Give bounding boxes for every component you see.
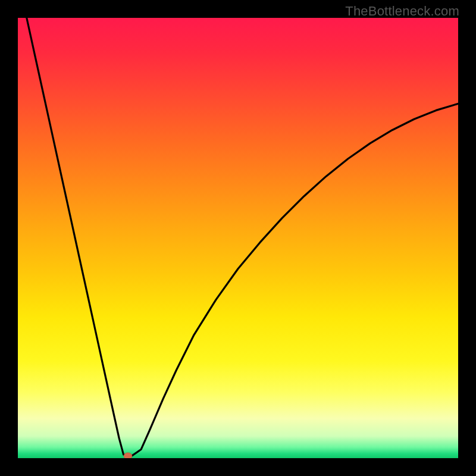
bottleneck-curve — [27, 18, 458, 456]
plot-area — [18, 18, 458, 458]
optimal-point-marker — [124, 453, 132, 458]
chart-container: TheBottleneck.com — [0, 0, 476, 476]
bottleneck-curve-svg — [18, 18, 458, 458]
watermark-text: TheBottleneck.com — [345, 4, 459, 19]
